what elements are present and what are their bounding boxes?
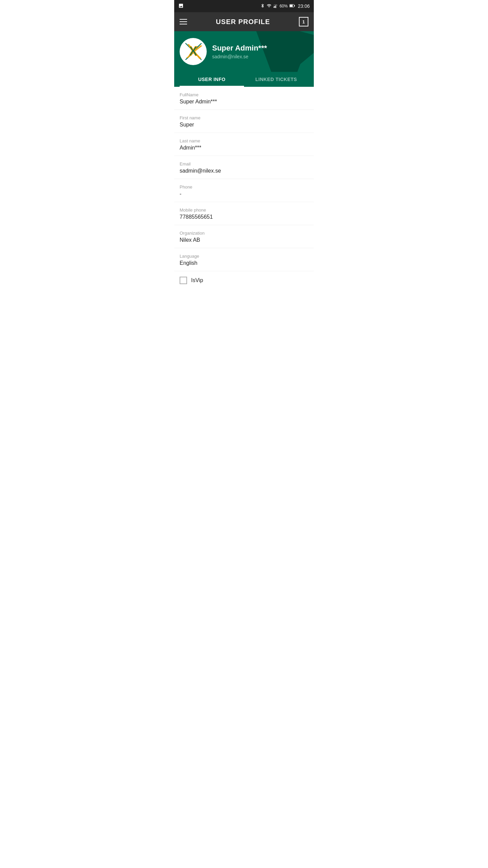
- battery-percent: 60%: [280, 4, 288, 8]
- wifi-icon: [267, 3, 271, 9]
- label-email: Email: [180, 161, 308, 166]
- notification-badge[interactable]: 1: [299, 17, 308, 26]
- field-mobile-phone: Mobile phone 77885565651: [174, 202, 314, 225]
- label-language: Language: [180, 254, 308, 259]
- hamburger-menu-button[interactable]: [180, 19, 187, 24]
- field-fullname: FullName Super Admin***: [174, 87, 314, 110]
- status-icon-photo: [178, 3, 184, 9]
- label-fullname: FullName: [180, 92, 308, 97]
- tab-user-info[interactable]: USER INFO: [180, 72, 244, 87]
- field-isvip[interactable]: IsVip: [174, 271, 314, 290]
- tab-linked-tickets[interactable]: LINKED TICKETS: [244, 72, 308, 87]
- label-lastname: Last name: [180, 138, 308, 143]
- value-lastname: Admin***: [180, 145, 308, 151]
- label-phone: Phone: [180, 184, 308, 190]
- tab-active-underline: [180, 86, 244, 87]
- page-title: USER PROFILE: [216, 18, 270, 26]
- profile-text-info: Super Admin*** sadmin@nilex.se: [212, 44, 267, 59]
- battery-icon: [289, 3, 295, 9]
- tabs-container: USER INFO LINKED TICKETS: [180, 72, 308, 87]
- value-email: sadmin@nilex.se: [180, 168, 308, 174]
- field-phone: Phone -: [174, 179, 314, 202]
- field-firstname: First name Super: [174, 110, 314, 133]
- profile-email: sadmin@nilex.se: [212, 54, 267, 59]
- svg-rect-2: [275, 5, 276, 7]
- user-info-content: FullName Super Admin*** First name Super…: [174, 87, 314, 290]
- value-fullname: Super Admin***: [180, 99, 308, 105]
- label-firstname: First name: [180, 115, 308, 120]
- label-organization: Organization: [180, 231, 308, 236]
- profile-info: X X Super Admin*** sadmin@nilex.se: [180, 38, 308, 72]
- field-email: Email sadmin@nilex.se: [174, 156, 314, 179]
- nav-bar: USER PROFILE 1: [174, 12, 314, 31]
- profile-header: X X Super Admin*** sadmin@nilex.se USER …: [174, 31, 314, 87]
- value-firstname: Super: [180, 122, 308, 128]
- value-organization: Nilex AB: [180, 237, 308, 243]
- avatar: X X: [180, 38, 207, 65]
- svg-text:X: X: [189, 44, 198, 58]
- value-mobile-phone: 77885565651: [180, 214, 308, 220]
- svg-rect-1: [274, 6, 275, 7]
- status-icons: 60% 23:06: [260, 3, 310, 9]
- field-lastname: Last name Admin***: [174, 133, 314, 156]
- label-mobile-phone: Mobile phone: [180, 208, 308, 213]
- svg-rect-6: [290, 5, 293, 7]
- status-bar: 60% 23:06: [174, 0, 314, 12]
- isvip-label: IsVip: [191, 277, 203, 283]
- isvip-checkbox[interactable]: [180, 277, 187, 284]
- signal-icon: [273, 3, 278, 9]
- nilex-logo-icon: X X: [182, 41, 204, 62]
- svg-rect-0: [273, 6, 274, 8]
- field-language: Language English: [174, 248, 314, 271]
- svg-rect-5: [294, 5, 295, 6]
- value-language: English: [180, 260, 308, 266]
- status-time: 23:06: [298, 3, 310, 9]
- svg-rect-3: [276, 5, 277, 8]
- value-phone: -: [180, 191, 308, 197]
- profile-name: Super Admin***: [212, 44, 267, 53]
- field-organization: Organization Nilex AB: [174, 225, 314, 248]
- bluetooth-muted-icon: [260, 3, 265, 9]
